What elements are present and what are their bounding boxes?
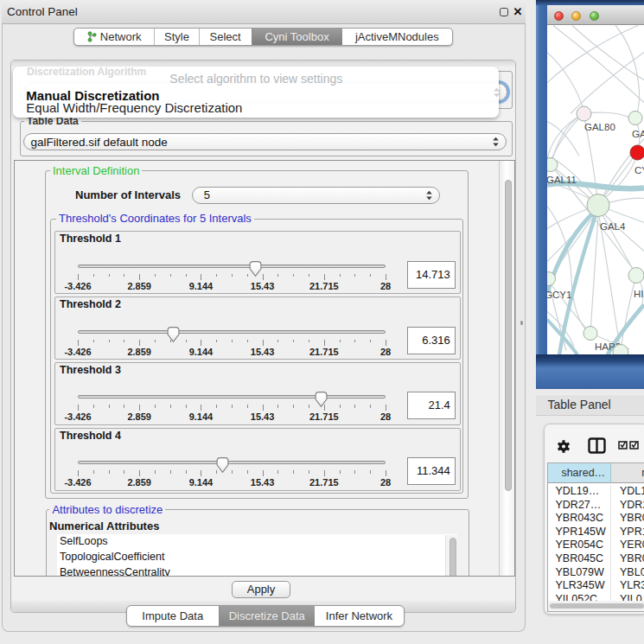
slider-track[interactable]	[78, 461, 386, 464]
table-row[interactable]: YPR145WYPR1	[548, 526, 644, 539]
threshold-value-field[interactable]: 6.316	[407, 327, 456, 354]
cell-name[interactable]: YBR0	[611, 552, 644, 566]
table-row[interactable]: YLR345WYLR3	[548, 579, 644, 593]
network-node-gal4[interactable]	[587, 194, 609, 216]
slider-tick	[340, 274, 341, 277]
network-node-gal11[interactable]	[547, 157, 558, 171]
network-edge	[547, 52, 583, 106]
bottom-tab-discretize-data[interactable]: Discretize Data	[219, 606, 315, 626]
table-row[interactable]: YBR043CYBR0	[548, 512, 644, 526]
popup-item-equal-width-frequency[interactable]: Equal Width/Frequency Discretization	[13, 100, 499, 115]
cell-shared-name[interactable]: YBR043C	[548, 512, 612, 526]
scrollbar-thumb[interactable]	[450, 538, 456, 577]
icon-shape	[492, 137, 500, 147]
slider-tick	[354, 470, 355, 474]
settings-scrollpane: Interval Definition Number of Intervals …	[14, 160, 515, 577]
combo-arrows-icon-ghost	[493, 86, 501, 101]
checkbox-checked-icon[interactable]	[618, 441, 628, 450]
bottom-tab-impute-data[interactable]: Impute Data	[127, 606, 219, 626]
column-header-name[interactable]: n…	[611, 463, 644, 484]
network-node-ga[interactable]	[628, 111, 642, 124]
split-columns-icon[interactable]	[588, 437, 606, 454]
slider-thumb[interactable]	[215, 456, 230, 474]
cell-name[interactable]: YBL0	[611, 566, 644, 580]
cell-name[interactable]: YPR1	[611, 526, 644, 539]
slider-track[interactable]	[78, 395, 386, 399]
network-window-titlebar[interactable]	[547, 5, 644, 25]
float-window-icon[interactable]	[500, 8, 508, 16]
attribute-list-item[interactable]: SelfLoops	[57, 534, 457, 550]
cell-name[interactable]: YDR2	[611, 499, 644, 513]
cell-name[interactable]: YBR0	[611, 512, 644, 526]
network-node-label: HI	[634, 288, 644, 298]
attribute-list-item[interactable]: BetweennessCentrality	[57, 565, 457, 577]
slider-tick-label: 21.715	[309, 477, 339, 488]
cell-name[interactable]: YER0	[611, 539, 644, 552]
tab-cyni-toolbox[interactable]: Cyni Toolbox	[252, 29, 342, 45]
cell-shared-name[interactable]: YBR045C	[548, 552, 612, 566]
tab-network[interactable]: Network	[74, 29, 154, 45]
network-edge	[547, 25, 638, 82]
cell-name[interactable]: YLR3	[611, 579, 644, 593]
gear-icon[interactable]	[557, 439, 571, 454]
close-light[interactable]	[554, 11, 564, 21]
bottom-tab-infer-network[interactable]: Infer Network	[315, 606, 404, 626]
slider-thumb[interactable]	[248, 260, 263, 277]
column-header-shared-name[interactable]: shared…	[548, 463, 612, 484]
slider-tick	[277, 405, 278, 408]
network-canvas[interactable]: GAL80GACYGAL11GAL4GCY1HIHAP2	[547, 25, 644, 355]
zoom-light[interactable]	[590, 11, 599, 21]
table-row[interactable]: YER054CYER0	[548, 539, 644, 552]
slider-tick	[293, 470, 294, 474]
threshold-label: Threshold 3	[60, 364, 121, 376]
table-row[interactable]: YDL19…YDL1	[548, 485, 644, 499]
network-node-gal80[interactable]	[577, 106, 591, 121]
table-horizontal-scrollbar[interactable]	[548, 601, 644, 613]
cell-shared-name[interactable]: YPR145W	[548, 526, 612, 539]
network-edge	[599, 216, 621, 352]
network-icon	[87, 31, 97, 42]
number-of-intervals-combobox[interactable]: 5	[192, 187, 440, 204]
network-edge	[621, 275, 636, 349]
scrollbar-thumb[interactable]	[550, 603, 644, 609]
slider-tick-label: 2.859	[127, 281, 151, 291]
attribute-list-item[interactable]: TopologicalCoefficient	[57, 550, 457, 565]
network-node-hap2[interactable]	[583, 326, 597, 340]
slider-track[interactable]	[78, 265, 386, 268]
slider-tick	[370, 405, 371, 408]
apply-button[interactable]: Apply	[232, 581, 290, 598]
table-row[interactable]: YDR27…YDR2	[548, 499, 644, 513]
slider-thumb[interactable]	[166, 326, 181, 343]
cell-shared-name[interactable]: YDL19…	[548, 485, 612, 499]
slider-tick-label: 9.144	[189, 411, 214, 422]
threshold-panel-4: Threshold 4-3.4262.8599.14415.4321.71528…	[54, 428, 461, 491]
control-panel-titlebar[interactable]: Control Panel ✕	[2, 0, 526, 24]
minimize-light[interactable]	[571, 11, 581, 21]
table-row[interactable]: YBR045CYBR0	[548, 552, 644, 566]
close-icon[interactable]: ✕	[511, 0, 525, 24]
tab-jactivemnodules[interactable]: jActiveMNodules	[342, 29, 452, 45]
cell-shared-name[interactable]: YER054C	[548, 539, 612, 552]
cell-shared-name[interactable]: YLR345W	[548, 579, 612, 593]
threshold-value-field[interactable]: 21.4	[407, 392, 456, 419]
attributes-list-scrollbar[interactable]	[445, 535, 457, 577]
table-row[interactable]: YBL079WYBL0	[548, 566, 644, 580]
slider-track[interactable]	[78, 330, 386, 334]
settings-scrollbar[interactable]	[499, 161, 514, 576]
tab-select[interactable]: Select	[199, 29, 252, 45]
checkbox-checked-icon[interactable]	[629, 441, 639, 450]
cell-name[interactable]: YDL1	[611, 485, 644, 499]
threshold-value-field[interactable]: 11.344	[407, 457, 456, 485]
cell-shared-name[interactable]: YDR27…	[548, 499, 612, 513]
network-node-hi[interactable]	[628, 267, 644, 283]
threshold-value-field[interactable]: 14.713	[407, 261, 456, 289]
table-data-combobox[interactable]: galFiltered.sif default node	[23, 133, 507, 150]
scrollbar-thumb[interactable]	[505, 180, 512, 491]
network-edge	[590, 216, 598, 333]
number-of-intervals-value: 5	[204, 188, 439, 203]
tab-style[interactable]: Style	[154, 29, 198, 45]
splitter-nub[interactable]	[520, 321, 523, 325]
slider-thumb[interactable]	[314, 391, 328, 408]
network-node-cy[interactable]	[630, 145, 644, 160]
cell-shared-name[interactable]: YBL079W	[548, 566, 612, 580]
